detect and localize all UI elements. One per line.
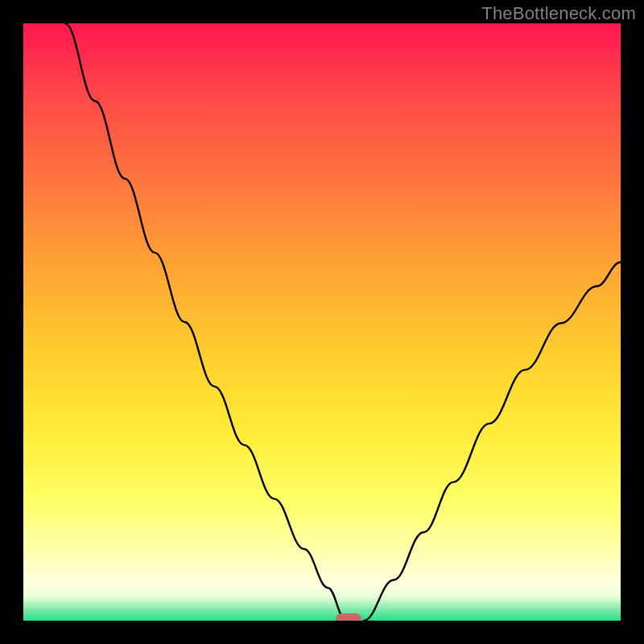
chart-frame: TheBottleneck.com <box>0 0 644 644</box>
plot-area <box>23 23 621 621</box>
curve-layer <box>23 23 621 621</box>
bottleneck-marker <box>336 613 361 621</box>
curve-left <box>65 23 346 621</box>
watermark-text: TheBottleneck.com <box>481 3 636 24</box>
curve-right <box>364 262 621 621</box>
